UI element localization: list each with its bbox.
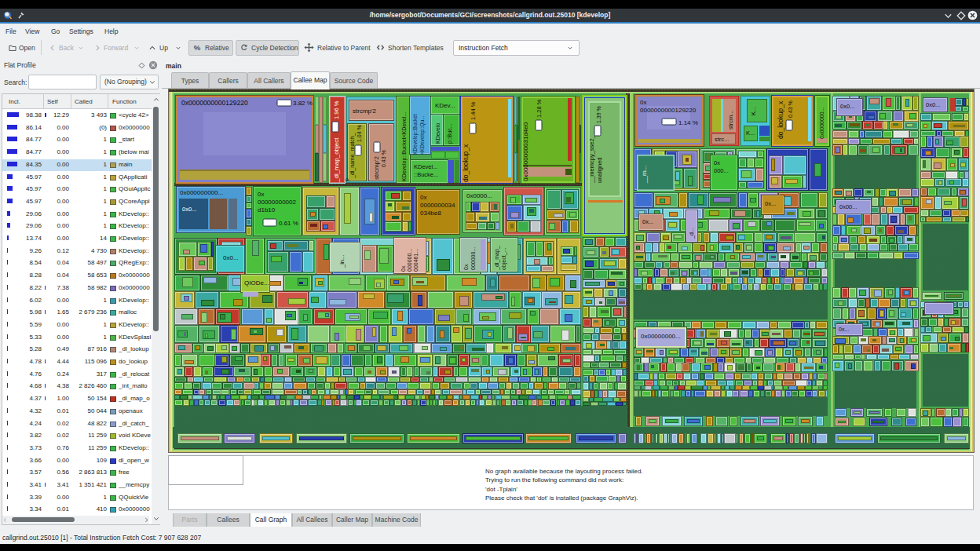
svg-text:strc...: strc... (715, 136, 729, 143)
svg-text:KDevel...: KDevel... (414, 163, 437, 170)
svg-text:p::Buc...: p::Buc... (447, 123, 453, 144)
svg-text:0x000000000...: 0x000000000... (180, 189, 223, 196)
svg-text:0x0000000...: 0x0000000... (819, 107, 825, 139)
svg-text:0x...: 0x... (642, 218, 653, 225)
svg-text:0000000034: 0000000034 (420, 202, 455, 209)
svg-text:KDevelo: KDevelo (435, 122, 441, 144)
svg-text:0x00000000031d4e0: 0x00000000031d4e0 (522, 122, 529, 181)
svg-text:K...: K... (746, 130, 755, 137)
svg-text:0.43 %: 0.43 % (788, 100, 793, 118)
svg-text:_dl_map_: _dl_map_ (494, 246, 500, 271)
svg-text:0x0000000000129220: 0x0000000000129220 (181, 99, 248, 107)
svg-text:d1b10: d1b10 (258, 206, 276, 213)
svg-text:0000000000129220: 0000000000129220 (640, 107, 697, 114)
svg-text:1.96 %: 1.96 % (333, 100, 340, 119)
svg-text:000000...: 000000... (470, 247, 476, 270)
svg-text:QIODe...: QIODe... (244, 279, 269, 286)
svg-text:0x: 0x (258, 191, 264, 198)
svg-text:00000000002: 00000000002 (258, 199, 296, 206)
svg-text:0.43 %: 0.43 % (381, 150, 386, 167)
svg-text:0x: 0x (463, 264, 469, 270)
svg-text:0x0...: 0x0... (926, 101, 940, 108)
svg-text:0x...: 0x... (765, 200, 776, 207)
svg-text:::Bucke...: ::Bucke... (414, 171, 438, 178)
svg-text:KDevelop::Bucket: KDevelop::Bucket (412, 114, 419, 155)
svg-text:strcmp'2: strcmp'2 (373, 155, 380, 180)
svg-text:0x0...: 0x0... (223, 254, 239, 261)
svg-text:0x0...: 0x0... (182, 206, 196, 213)
svg-text:1.14 %: 1.14 % (678, 119, 698, 126)
svg-text:strcm...: strcm... (727, 110, 734, 130)
svg-text:0x...: 0x... (839, 327, 849, 332)
svg-text:0x0...: 0x0... (840, 103, 854, 110)
svg-text:strcmp'2: strcmp'2 (353, 108, 377, 115)
svg-text:__m...: __m... (641, 166, 648, 184)
svg-text:_in...: _in... (338, 255, 346, 268)
svg-text:KDevelop::Bucket<KDevel...: KDevelop::Bucket<KDevel... (401, 112, 408, 181)
svg-text:p: p (344, 178, 350, 181)
svg-text:K...: K... (750, 107, 757, 115)
svg-text:do_lookup_x: do_lookup_x (777, 100, 784, 139)
svg-text:1.44 %: 1.44 % (470, 101, 477, 120)
svg-text:000461...: 000461... (413, 249, 419, 272)
svg-text:3.82 %: 3.82 % (293, 100, 313, 107)
svg-text:do_lookup_x: do_lookup_x (462, 144, 470, 182)
svg-text:0x: 0x (714, 159, 720, 166)
svg-text:1.04 %: 1.04 % (357, 125, 362, 142)
svg-text:_dl_map_object: _dl_map_object (333, 137, 340, 183)
svg-text:0x: 0x (640, 99, 646, 106)
svg-text:034be8: 034be8 (420, 210, 441, 217)
svg-text:%: % (194, 43, 201, 52)
svg-text:000000...: 000000... (407, 249, 412, 272)
svg-text:unaligned: unaligned (596, 157, 603, 183)
svg-text:<KDevelop::Qu...: <KDevelop::Qu... (419, 115, 426, 155)
svg-text:_d...: _d... (689, 228, 695, 239)
svg-text:1.39 %: 1.39 % (596, 106, 602, 123)
svg-text:0x00...: 0x00... (839, 203, 858, 210)
svg-text:0x: 0x (400, 265, 406, 272)
svg-text:0x: 0x (420, 194, 426, 201)
svg-text:0.61 %: 0.61 % (279, 220, 298, 227)
svg-text:object_...: object_... (501, 248, 507, 270)
svg-text:_dl_name_match_: _dl_name_match_ (349, 133, 356, 179)
svg-text:0x00000000...: 0x00000000... (641, 333, 681, 340)
svg-text:KDev...: KDev... (435, 102, 455, 109)
svg-text:000...: 000... (714, 167, 729, 174)
svg-text:1.28 %: 1.28 % (536, 99, 543, 118)
svg-text:__memcpy_sse2_: __memcpy_sse2_ (588, 134, 595, 184)
svg-text:0x0000...: 0x0000... (466, 192, 492, 199)
